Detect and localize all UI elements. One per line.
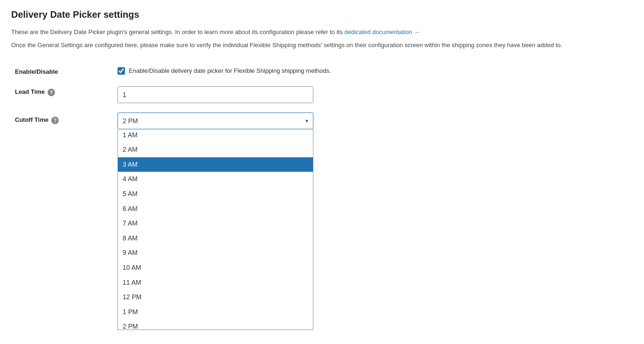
row-cutoff-time: Cutoff Time ? 2 PM ▾ None1 AM2 AM3 [11, 109, 633, 135]
dropdown-item[interactable]: 2 PM [118, 319, 313, 330]
lead-time-label: Lead Time [15, 88, 45, 95]
dropdown-item[interactable]: 5 AM [118, 187, 313, 202]
dropdown-item[interactable]: 6 AM [118, 202, 313, 217]
dropdown-item[interactable]: 4 AM [118, 172, 313, 187]
cutoff-time-select[interactable]: 2 PM ▾ [118, 112, 313, 129]
dropdown-item[interactable]: 8 AM [118, 231, 313, 246]
chevron-down-icon: ▾ [305, 118, 308, 124]
row-lead-time: Lead Time ? [11, 81, 633, 109]
cutoff-time-selected-value: 2 PM [123, 117, 138, 125]
page-title: Delivery Date Picker settings [11, 9, 633, 20]
dropdown-item[interactable]: 2 AM [118, 142, 313, 157]
cutoff-time-help-icon[interactable]: ? [51, 117, 59, 124]
enable-disable-field: Enable/Disable delivery date picker for … [118, 67, 629, 75]
cutoff-time-dropdown: None1 AM2 AM3 AM4 AM5 AM6 AM7 AM8 AM9 AM… [118, 129, 313, 330]
enable-disable-checkbox[interactable] [118, 67, 125, 75]
dropdown-item[interactable]: 1 AM [118, 129, 313, 142]
dropdown-scroll-area[interactable]: None1 AM2 AM3 AM4 AM5 AM6 AM7 AM8 AM9 AM… [118, 129, 313, 330]
enable-disable-label: Enable/Disable [15, 68, 58, 75]
doc-link[interactable]: dedicated documentation → [344, 28, 420, 35]
cutoff-time-select-wrap: 2 PM ▾ None1 AM2 AM3 AM4 AM5 AM6 AM7 AM8… [118, 112, 313, 129]
dropdown-item[interactable]: 9 AM [118, 246, 313, 260]
dropdown-item[interactable]: 11 AM [118, 275, 313, 290]
cutoff-time-label: Cutoff Time [15, 116, 48, 123]
dropdown-item[interactable]: 1 PM [118, 305, 313, 320]
dropdown-item[interactable]: 7 AM [118, 216, 313, 231]
dropdown-item[interactable]: 12 PM [118, 290, 313, 305]
lead-time-help-icon[interactable]: ? [48, 89, 55, 96]
lead-time-input[interactable] [118, 86, 313, 103]
notice-text: Once the General Settings are configured… [11, 41, 633, 50]
settings-table: Enable/Disable Enable/Disable delivery d… [11, 61, 633, 344]
row-available-days: Available delivery days ? [11, 135, 633, 344]
row-enable-disable: Enable/Disable Enable/Disable delivery d… [11, 61, 633, 81]
description-text: These are the Delivery Date Picker plugi… [11, 28, 633, 37]
dropdown-item[interactable]: 10 AM [118, 260, 313, 275]
dropdown-item[interactable]: 3 AM [118, 157, 313, 172]
enable-disable-checkbox-label: Enable/Disable delivery date picker for … [129, 67, 331, 74]
